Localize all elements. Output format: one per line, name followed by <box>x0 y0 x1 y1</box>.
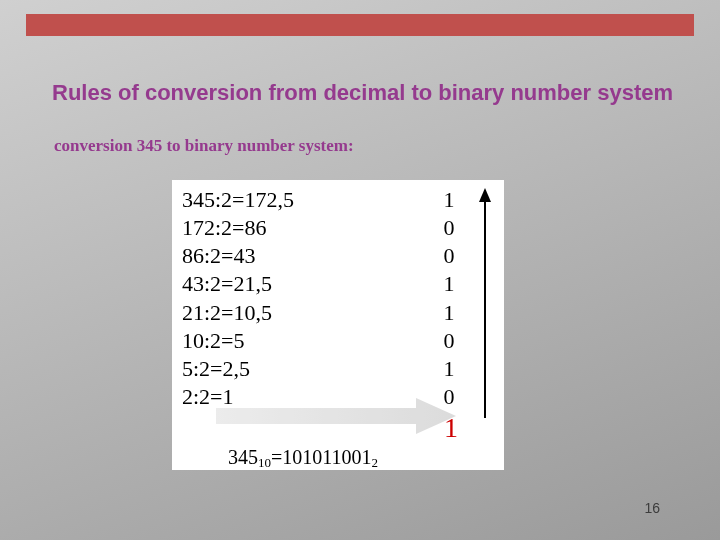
calc-expression: 2:2=1 <box>182 383 234 411</box>
calc-expression: 43:2=21,5 <box>182 270 272 298</box>
calc-expression: 5:2=2,5 <box>182 355 250 383</box>
calc-expression: 10:2=5 <box>182 327 245 355</box>
calculation-area: 345:2=172,5 1 172:2=86 0 86:2=43 0 43:2=… <box>182 186 494 444</box>
page-number: 16 <box>644 500 660 516</box>
calc-row: 5:2=2,5 1 <box>182 355 494 383</box>
slide-subtitle: conversion 345 to binary number system: <box>54 136 354 156</box>
calc-row: 86:2=43 0 <box>182 242 494 270</box>
calc-bit: 0 <box>440 242 458 270</box>
accent-bar <box>26 14 694 36</box>
result-lhs-num: 345 <box>228 446 258 468</box>
calc-row: 172:2=86 0 <box>182 214 494 242</box>
calc-row: 2:2=1 0 <box>182 383 494 411</box>
calc-expression: 172:2=86 <box>182 214 267 242</box>
result-eq: = <box>271 446 282 468</box>
slide: Rules of conversion from decimal to bina… <box>0 0 720 540</box>
calc-bit: 1 <box>440 355 458 383</box>
result-rhs-num: 101011001 <box>282 446 371 468</box>
calc-bit: 1 <box>440 270 458 298</box>
calc-row: 43:2=21,5 1 <box>182 270 494 298</box>
calculation-figure: 345:2=172,5 1 172:2=86 0 86:2=43 0 43:2=… <box>172 180 504 470</box>
calc-expression: 345:2=172,5 <box>182 186 294 214</box>
calc-row: 21:2=10,5 1 <box>182 299 494 327</box>
calc-bit: 0 <box>440 383 458 411</box>
result-lhs-base: 10 <box>258 455 271 470</box>
final-msb: 1 <box>182 413 494 444</box>
calc-expression: 86:2=43 <box>182 242 256 270</box>
calc-bit: 0 <box>440 214 458 242</box>
calc-bit: 1 <box>440 186 458 214</box>
conversion-result: 34510=1010110012 <box>182 446 494 469</box>
calc-expression: 21:2=10,5 <box>182 299 272 327</box>
result-rhs-base: 2 <box>372 455 379 470</box>
calc-row: 10:2=5 0 <box>182 327 494 355</box>
slide-title: Rules of conversion from decimal to bina… <box>52 80 680 106</box>
calc-bit: 0 <box>440 327 458 355</box>
calc-row: 345:2=172,5 1 <box>182 186 494 214</box>
calc-bit: 1 <box>440 299 458 327</box>
